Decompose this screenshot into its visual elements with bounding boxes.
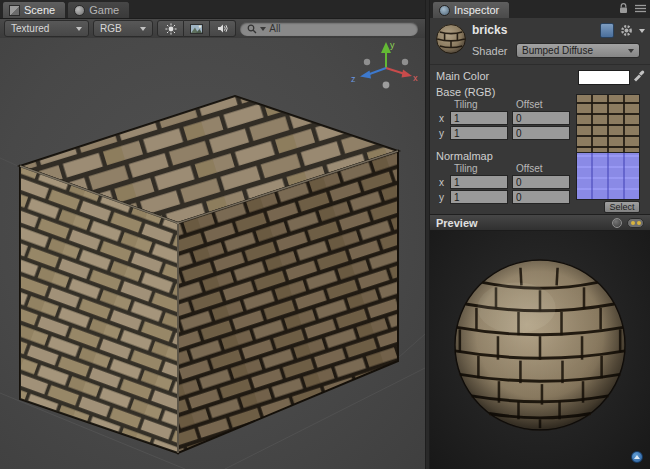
normalmap-texture-thumbnail[interactable]: [576, 152, 640, 200]
tab-game[interactable]: Game: [67, 1, 130, 18]
normalmap-texture-select-button[interactable]: Select: [604, 201, 640, 213]
unity-editor-window: Scene Game Textured RGB: [0, 0, 650, 469]
chevron-down-icon: [628, 49, 634, 53]
lighting-toggle-button[interactable]: [157, 20, 184, 37]
scene-viewport[interactable]: y x z: [0, 38, 425, 469]
normalmap-y-tiling-field[interactable]: [450, 190, 508, 204]
material-sphere-thumbnail[interactable]: [435, 23, 467, 55]
tab-game-label: Game: [89, 4, 119, 16]
gizmo-x-label[interactable]: x: [413, 73, 418, 83]
shader-label: Shader: [472, 45, 507, 57]
game-tab-icon: [74, 5, 85, 16]
search-icon: [247, 24, 257, 34]
skybox-icon: [190, 24, 203, 34]
normalmap-offset-header: Offset: [516, 163, 543, 174]
base-texture-thumbnail[interactable]: [576, 94, 640, 158]
search-filter-chevron-icon: [260, 27, 266, 31]
color-mode-value: RGB: [100, 23, 122, 34]
orientation-gizmo: y x z: [351, 40, 418, 88]
preview-options-icon[interactable]: [627, 218, 644, 228]
base-x-offset-field[interactable]: [512, 111, 570, 125]
chevron-down-icon: [140, 27, 146, 31]
inspector-panel: Inspector: [430, 0, 650, 469]
draw-mode-value: Textured: [11, 23, 49, 34]
scene-tabbar: Scene Game: [0, 0, 425, 19]
inspector-tabbar: Inspector: [430, 0, 650, 19]
preview-header[interactable]: Preview: [430, 214, 650, 231]
lock-icon[interactable]: [619, 3, 628, 14]
material-properties: Main Color Base (RGB) Tiling Offset x y …: [430, 64, 650, 214]
material-header: bricks Shader Bumped Diffuse: [430, 18, 650, 65]
notification-badge[interactable]: [631, 451, 643, 463]
normalmap-y-offset-field[interactable]: [512, 190, 570, 204]
preview-brick-sphere: [452, 257, 628, 433]
gizmo-x-axis-cone: [402, 70, 413, 78]
tab-inspector-label: Inspector: [454, 4, 499, 16]
search-filter-value: All: [269, 23, 280, 34]
gizmo-y-label[interactable]: y: [390, 40, 395, 50]
base-section-title: Base (RGB): [436, 86, 495, 98]
normalmap-x-axis-label: x: [439, 177, 444, 188]
base-y-axis-label: y: [439, 128, 444, 139]
scene-tab-icon: [9, 5, 20, 16]
audio-toggle-button[interactable]: [210, 20, 236, 37]
scene-panel: Scene Game Textured RGB: [0, 0, 425, 469]
brick-cube-mesh: [20, 96, 398, 453]
draw-mode-dropdown[interactable]: Textured: [4, 20, 89, 37]
scene-view-toggles: [157, 20, 236, 37]
normalmap-tiling-header: Tiling: [454, 163, 478, 174]
inspector-tab-icon: [439, 5, 450, 16]
help-doc-icon[interactable]: [600, 23, 614, 38]
color-mode-dropdown[interactable]: RGB: [93, 20, 153, 37]
gizmo-neg-y-cone: [383, 82, 390, 89]
context-menu-chevron-icon[interactable]: [639, 29, 645, 33]
base-x-tiling-field[interactable]: [450, 111, 508, 125]
base-tiling-header: Tiling: [454, 99, 478, 110]
base-x-axis-label: x: [439, 113, 444, 124]
normalmap-y-axis-label: y: [439, 192, 444, 203]
normalmap-x-offset-field[interactable]: [512, 175, 570, 189]
normalmap-section-title: Normalmap: [436, 150, 493, 162]
gizmo-z-axis-cone: [360, 71, 371, 79]
scene-3d-canvas: y x z: [0, 38, 425, 469]
tab-inspector[interactable]: Inspector: [432, 1, 510, 18]
normalmap-x-tiling-field[interactable]: [450, 175, 508, 189]
tab-menu-icon[interactable]: [635, 4, 646, 13]
main-color-swatch[interactable]: [578, 70, 630, 85]
base-offset-header: Offset: [516, 99, 543, 110]
base-y-tiling-field[interactable]: [450, 126, 508, 140]
speaker-icon: [217, 23, 229, 34]
preview-title: Preview: [436, 217, 478, 229]
material-name: bricks: [472, 23, 507, 37]
skybox-toggle-button[interactable]: [184, 20, 210, 37]
chevron-down-icon: [76, 27, 82, 31]
scene-toolbar: Textured RGB: [0, 19, 425, 39]
gizmo-neg-z-cone: [402, 59, 408, 65]
tab-scene-label: Scene: [24, 4, 55, 16]
preview-area[interactable]: [430, 231, 650, 469]
scene-search-field[interactable]: All: [240, 22, 418, 36]
gizmo-neg-x-cone: [364, 59, 370, 65]
tab-scene[interactable]: Scene: [2, 1, 66, 18]
preview-model-icon[interactable]: [612, 218, 622, 228]
gear-icon[interactable]: [620, 24, 633, 37]
base-y-offset-field[interactable]: [512, 126, 570, 140]
sun-icon: [165, 23, 177, 35]
eyedropper-icon[interactable]: [632, 69, 646, 83]
up-arrow-icon: [634, 455, 640, 459]
gizmo-z-label[interactable]: z: [351, 74, 356, 84]
shader-dropdown[interactable]: Bumped Diffuse: [516, 43, 640, 58]
main-color-label: Main Color: [436, 70, 489, 82]
shader-value: Bumped Diffuse: [522, 45, 593, 56]
